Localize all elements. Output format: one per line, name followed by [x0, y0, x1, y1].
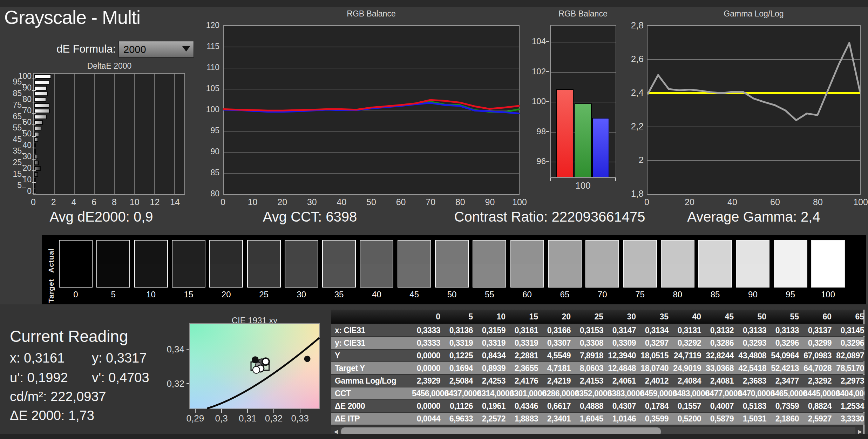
table-cell: 2,2973: [836, 375, 864, 387]
table-cell: 0,0000: [412, 350, 445, 362]
swatch-target-5: [97, 264, 129, 287]
table-cell: 2,4176: [510, 375, 542, 387]
row-label: CCT: [331, 387, 412, 399]
gridline-x-4: [74, 74, 75, 194]
swatch-target-50: [436, 264, 468, 287]
table-cell: 1,0146: [608, 413, 640, 425]
swatch-label-85: 85: [698, 290, 732, 299]
table-cell: 6470,0000: [738, 387, 771, 399]
row-label: Gamma Log/Log: [331, 375, 412, 387]
rgb-xtick-90: 90: [479, 197, 500, 207]
table-cell: 0,3307: [542, 337, 575, 349]
grayscale-swatch-75: [623, 240, 657, 288]
gamma-line-svg: [647, 26, 860, 194]
table-cell: 2,3401: [542, 413, 575, 425]
table-row-x-cie31: x: CIE310,33330,31360,31590,31610,31660,…: [331, 324, 864, 336]
rgb-xtick-30: 30: [301, 197, 323, 207]
rgb-bar-blue: [592, 118, 609, 177]
table-cell: 6314,0000: [477, 387, 510, 399]
table-cell: 0,3308: [575, 337, 608, 349]
deltae-ytick-100: 100: [10, 72, 32, 81]
row-label: y: CIE31: [331, 337, 412, 349]
grayscale-swatch-45: [398, 240, 431, 288]
de-formula-select[interactable]: 2000: [118, 41, 194, 58]
row-label: Y: [331, 350, 412, 362]
table-row-gamma-log-log: Gamma Log/Log2,39292,50842,42532,41762,4…: [331, 375, 864, 387]
swatch-label-65: 65: [548, 290, 582, 299]
gamma-ytick-2: 2: [618, 155, 644, 166]
swatch-label-25: 25: [247, 290, 281, 299]
table-cell: 2,3683: [738, 375, 771, 387]
deltae-ytickmark-95: [22, 84, 26, 85]
gamma-chart-title: Gamma Log/Log: [724, 9, 784, 19]
gridline-x-8: [114, 74, 115, 194]
grayscale-swatch-50: [435, 240, 469, 288]
deltae-bar-65: [34, 115, 47, 119]
swatch-target-85: [699, 264, 731, 287]
grayscale-swatch-25: [247, 240, 281, 288]
deltae-bar-35: [34, 149, 36, 154]
table-cell: 0,3309: [608, 337, 640, 349]
stat-avg-cct: Avg CCT: 6398: [263, 209, 357, 225]
swatch-actual-5: [97, 241, 129, 264]
table-cell: 1,6045: [575, 413, 608, 425]
table-cell: 0,3133: [738, 324, 771, 336]
table-cell: 0,1557: [673, 400, 705, 412]
table-cell: 0,5879: [705, 413, 738, 425]
deltae-bar-85: [34, 92, 48, 96]
rgb-ytick-95: 95: [198, 126, 219, 135]
table-cell: 12,3940: [608, 350, 640, 362]
deltae-chart-title: DeltaE 2000: [87, 61, 132, 71]
swatch-target-60: [511, 264, 543, 287]
deltae-xtick-8: 8: [104, 197, 125, 207]
table-col-header-10: 10: [477, 310, 510, 324]
swatch-actual-30: [285, 241, 318, 264]
swatch-target-90: [737, 264, 769, 287]
row-label: x: CIE31: [331, 324, 412, 336]
deltae-bar-70: [34, 109, 50, 113]
swatch-label-45: 45: [398, 290, 431, 299]
table-cell: 0,3159: [477, 324, 510, 336]
swatch-label-30: 30: [285, 290, 318, 299]
swatch-target-45: [398, 264, 430, 287]
window-bottom-edge: [0, 434, 868, 439]
table-cell: 0,1225: [445, 350, 477, 362]
grayscale-swatch-band: Actual Target 05101520253035404550556065…: [42, 235, 866, 304]
gamma-ytick-2,8: 2,8: [618, 20, 644, 31]
deltae-ytickmark-90: [32, 90, 36, 91]
deltae-xtick-12: 12: [144, 197, 165, 207]
swatch-actual-75: [624, 241, 656, 264]
page-title: Grayscale - Multi: [4, 6, 140, 28]
table-cell: 2,4153: [575, 375, 608, 387]
table-cell: 6,9633: [445, 413, 477, 425]
gridline-x-14: [174, 74, 175, 194]
reading-luminance: cd/m²: 222,0937: [10, 389, 106, 404]
table-row-cct: CCT5456,00006437,00006314,00006301,00006…: [331, 387, 864, 399]
deltae-ytickmark-0: [32, 194, 36, 194]
scroll-right-icon: ▶: [858, 428, 862, 434]
rgb-xtick-100: 100: [509, 197, 530, 207]
table-cell: 24,7119: [673, 350, 705, 362]
table-cell: 8,0603: [575, 362, 608, 374]
table-col-header-20: 20: [542, 310, 575, 324]
rgb-bar-green: [575, 103, 592, 177]
deltae-ytickmark-50: [32, 136, 36, 137]
cie-xtickmark-0,31: [247, 409, 248, 413]
rgbbar-ytickmark-104: [546, 41, 549, 42]
table-row-y-cie31: y: CIE310,33330,33190,33190,33190,33070,…: [331, 337, 864, 349]
table-cell: 3,3330: [836, 413, 864, 425]
table-cell: 18,0740: [640, 362, 673, 374]
table-cell: 0,4307: [608, 400, 640, 412]
table-cell: 0,3319: [477, 337, 510, 349]
swatch-actual-10: [135, 241, 167, 264]
deltae-bar-100: [34, 74, 51, 79]
grayscale-swatch-40: [360, 240, 393, 288]
cie-xtickmark-0,33: [300, 409, 300, 413]
table-cell: 0,3134: [640, 324, 673, 336]
cie-xtickmark-0,32: [273, 409, 274, 413]
table-cell: 2,4081: [705, 375, 738, 387]
table-cell: 0,4888: [575, 400, 608, 412]
deltae-xtick-14: 14: [164, 197, 185, 207]
rgbbar-ytick-98: 98: [525, 127, 546, 136]
deltae-ytickmark-75: [22, 107, 26, 108]
